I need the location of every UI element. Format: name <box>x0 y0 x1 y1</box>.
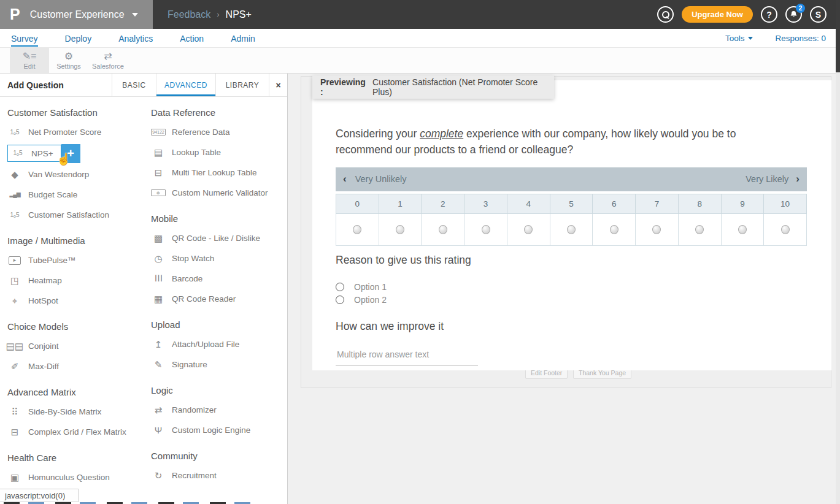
radio-button[interactable] <box>652 225 661 234</box>
improve-answer-input[interactable] <box>336 346 478 366</box>
scrollbar-thumb[interactable] <box>836 0 840 72</box>
question-type-tubepulse[interactable]: ▸TubePulse™ <box>7 250 145 270</box>
workspace-name: Customer Experience <box>30 9 125 20</box>
scale-value-3: 3 <box>464 194 507 214</box>
add-question-panel: Add Question BASICADVANCEDLIBRARY × Cust… <box>0 74 288 504</box>
tools-menu[interactable]: Tools <box>725 34 753 43</box>
scale-radio-cell-0[interactable] <box>336 214 379 246</box>
tab-library[interactable]: LIBRARY <box>215 74 269 96</box>
question-type-stop-watch[interactable]: ◷Stop Watch <box>151 248 285 269</box>
question-type-lookup-table[interactable]: ▤Lookup Table <box>151 142 285 162</box>
nav-item-deploy[interactable]: Deploy <box>65 30 92 47</box>
nav-right: Tools Responses: 0 <box>725 34 836 43</box>
radio-button[interactable] <box>567 225 576 234</box>
question-type-attach-upload-file[interactable]: ↥Attach/Upload File <box>151 334 285 354</box>
scale-radio-cell-6[interactable] <box>593 214 636 246</box>
radio-button[interactable] <box>781 225 790 234</box>
question-type-label: Complex Grid / Flex Matrix <box>28 427 126 437</box>
chevron-left-icon[interactable]: ‹ <box>343 173 347 185</box>
question-type-nps[interactable]: 1ₒ5NPS++☝ <box>7 142 145 164</box>
app-header: P Customer Experience Feedback › NPS+ Up… <box>0 0 840 29</box>
close-panel-button[interactable]: × <box>269 74 287 96</box>
help-button[interactable]: ? <box>761 6 777 23</box>
breadcrumb: Feedback › NPS+ <box>168 9 252 20</box>
radio-button[interactable] <box>336 296 344 304</box>
question-type-label: Signature <box>172 360 207 369</box>
radio-button[interactable] <box>524 225 533 234</box>
question-type-hotspot[interactable]: ⌖HotSpot <box>7 291 145 311</box>
radio-button[interactable] <box>695 225 704 234</box>
question-type-van-westendorp[interactable]: ◆Van Westendorp <box>7 164 145 185</box>
scale-radio-cell-3[interactable] <box>464 214 507 246</box>
question-type-net-promoter-score[interactable]: 1ₒ5Net Promoter Score <box>7 122 145 142</box>
question-type-signature[interactable]: ✎Signature <box>151 354 285 375</box>
nps-scale: ‹ Very Unlikely Very Likely › 0123456789… <box>336 167 807 246</box>
nav-item-analytics[interactable]: Analytics <box>118 30 153 47</box>
question-type-randomizer[interactable]: ⇄Randomizer <box>151 400 285 420</box>
radio-button[interactable] <box>353 225 361 234</box>
question-type-barcode[interactable]: ┃┃┃Barcode <box>151 269 285 289</box>
numeric-validator-icon: ⊛ <box>151 189 166 196</box>
scale-radio-cell-9[interactable] <box>722 214 765 246</box>
toolbar-item-settings[interactable]: ⚙Settings <box>49 48 88 73</box>
question-type-qr-code-like-dislike[interactable]: ▩QR Code - Like / Dislike <box>151 228 285 248</box>
question-type-homunculus-question[interactable]: ▣Homunculus Question <box>7 467 145 487</box>
question-type-custom-numeric-validator[interactable]: ⊛Custom Numeric Validator <box>151 183 285 203</box>
nav-item-survey[interactable]: Survey <box>11 30 38 47</box>
toolbar-item-label: Settings <box>56 63 81 70</box>
section-heading-logic: Logic <box>151 385 285 395</box>
scale-radio-cell-1[interactable] <box>379 214 422 246</box>
nav-item-admin[interactable]: Admin <box>231 30 255 47</box>
question-type-custom-logic-engine[interactable]: ΨCustom Logic Engine <box>151 420 285 440</box>
radio-button[interactable] <box>738 225 747 234</box>
scale-right-label: Very Likely <box>746 174 788 184</box>
radio-button[interactable] <box>336 283 344 291</box>
upgrade-now-button[interactable]: Upgrade Now <box>682 6 753 23</box>
radio-button[interactable] <box>610 225 618 234</box>
scale-radio-cell-5[interactable] <box>550 214 593 246</box>
reason-option-2[interactable]: Option 2 <box>336 295 808 305</box>
reason-option-1[interactable]: Option 1 <box>336 282 808 292</box>
question-type-label: Conjoint <box>28 342 59 351</box>
tab-basic[interactable]: BASIC <box>112 74 156 96</box>
radio-button[interactable] <box>482 225 490 234</box>
tab-advanced[interactable]: ADVANCED <box>156 74 215 96</box>
search-icon <box>662 11 669 18</box>
scale-radio-cell-8[interactable] <box>679 214 722 246</box>
question-type-budget-scale[interactable]: ▂▄▆Budget Scale <box>7 185 145 205</box>
responses-count[interactable]: Responses: 0 <box>775 34 826 43</box>
toolbar-item-salesforce[interactable]: ⇄Salesforce <box>88 48 128 73</box>
question-type-recruitment[interactable]: ↻Recruitment <box>151 465 285 486</box>
nav-item-action[interactable]: Action <box>180 30 204 47</box>
question-type-customer-satisfaction[interactable]: 1ₒ5Customer Satisfaction <box>7 205 145 225</box>
question-type-max-diff[interactable]: ✐Max-Diff <box>7 356 145 376</box>
question-type-multi-tier-lookup-table[interactable]: ⊟Multi Tier Lookup Table <box>151 162 285 183</box>
question-type-label: Recruitment <box>172 471 217 480</box>
question-type-conjoint[interactable]: ▤▤Conjoint <box>7 336 145 356</box>
section-heading-customer-satisfaction: Customer Satisfaction <box>7 107 145 118</box>
avatar[interactable]: S <box>810 6 827 23</box>
radio-button[interactable] <box>439 225 447 234</box>
search-button[interactable] <box>657 6 674 23</box>
panel-tabs: BASICADVANCEDLIBRARY <box>112 74 269 96</box>
breadcrumb-feedback-link[interactable]: Feedback <box>168 9 210 20</box>
question-type-label: QR Code - Like / Dislike <box>172 234 260 243</box>
scale-radio-cell-4[interactable] <box>507 214 550 246</box>
radio-button[interactable] <box>396 225 404 234</box>
question-type-label: Reference Data <box>172 128 230 137</box>
chevron-right-icon[interactable]: › <box>796 173 800 185</box>
question-type-side-by-side-matrix[interactable]: ⠿Side-By-Side Matrix <box>7 402 145 422</box>
notifications-button[interactable]: 2 <box>785 6 802 23</box>
question-type-reference-data[interactable]: 94122Reference Data <box>151 122 285 142</box>
scale-radio-cell-10[interactable] <box>764 214 807 246</box>
question-type-complex-grid-flex-matrix[interactable]: ⊟Complex Grid / Flex Matrix <box>7 422 145 442</box>
conjoint-tables-icon: ▤▤ <box>7 342 22 351</box>
toolbar-item-label: Salesforce <box>92 63 124 70</box>
scale-header: ‹ Very Unlikely Very Likely › <box>336 167 807 191</box>
scale-radio-cell-2[interactable] <box>422 214 464 246</box>
scale-radio-cell-7[interactable] <box>636 214 679 246</box>
question-type-qr-code-reader[interactable]: ▦QR Code Reader <box>151 289 285 309</box>
workspace-switcher[interactable]: P Customer Experience <box>0 0 153 29</box>
question-type-heatmap[interactable]: ◳Heatmap <box>7 270 145 291</box>
toolbar-item-edit[interactable]: ✎≡Edit <box>10 48 49 73</box>
